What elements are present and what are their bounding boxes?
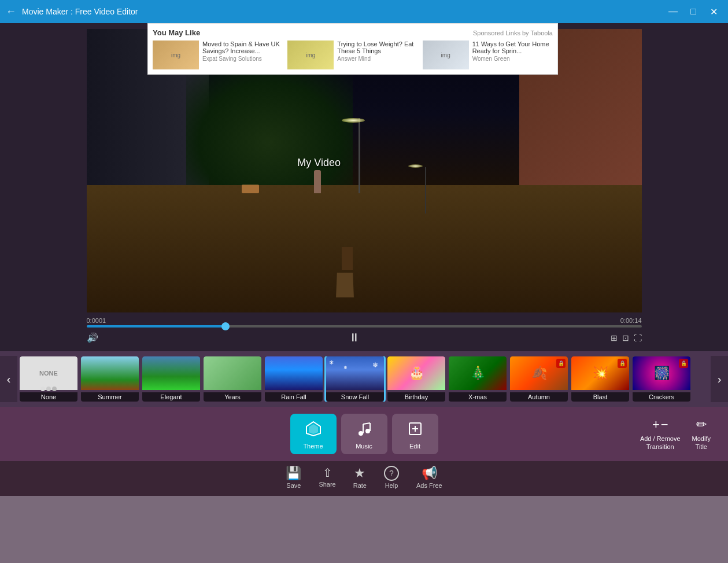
theme-elegant-label: Elegant — [142, 392, 200, 402]
theme-rainfall[interactable]: Rain Fall — [265, 356, 323, 402]
theme-blast-label: Blast — [571, 392, 629, 402]
share-label: Share — [319, 481, 335, 488]
theme-rainfall-label: Rain Fall — [265, 392, 323, 402]
add-remove-label: Add / RemoveTransition — [640, 435, 681, 451]
close-button[interactable]: ✕ — [705, 3, 722, 20]
edit-icon — [405, 418, 426, 439]
view-mode-1[interactable]: ⊞ — [611, 333, 618, 343]
add-remove-transition-button[interactable]: + − Add / RemoveTransition — [640, 417, 681, 451]
scroll-left-arrow[interactable]: ‹ — [0, 356, 17, 402]
save-label: Save — [286, 482, 301, 489]
theme-xmas[interactable]: 🎄 X-mas — [449, 356, 507, 402]
ad-headline-1: Moved to Spain & Have UK Savings? Increa… — [202, 41, 283, 54]
video-label: My Video — [297, 157, 341, 169]
right-tools: + − Add / RemoveTransition ✏ ModifyTitle — [640, 417, 711, 451]
theme-elegant[interactable]: Elegant — [142, 356, 200, 402]
theme-autumn[interactable]: 🍂 🔒 Autumn — [510, 356, 568, 402]
ad-source-3: Women Green — [472, 56, 553, 62]
theme-blast[interactable]: 💥 🔒 Blast — [571, 356, 629, 402]
theme-crackers-label: Crackers — [633, 392, 690, 402]
progress-thumb[interactable] — [221, 322, 230, 330]
help-action[interactable]: ? Help — [384, 466, 399, 489]
rate-action[interactable]: ★ Rate — [353, 466, 367, 489]
theme-autumn-label: Autumn — [510, 392, 568, 402]
ad-item-1[interactable]: img Moved to Spain & Have UK Savings? In… — [153, 41, 283, 69]
ad-item-3[interactable]: img 11 Ways to Get Your Home Ready for S… — [423, 41, 553, 69]
ads-free-label: Ads Free — [416, 482, 442, 489]
progress-track[interactable] — [87, 325, 642, 328]
themes-container: NONE None Summer Elegant — [17, 356, 711, 402]
theme-crackers[interactable]: 🎆 🔒 Crackers — [633, 356, 690, 402]
window-controls: — □ ✕ — [664, 3, 722, 20]
help-icon: ? — [384, 466, 399, 481]
ads-free-icon: 📢 — [422, 466, 437, 481]
play-pause-button[interactable]: ⏸ — [349, 331, 360, 344]
theme-years[interactable]: Years — [204, 356, 261, 402]
ad-source-1: Expat Saving Solutions — [202, 56, 283, 62]
ad-headline-2: Trying to Lose Weight? Eat These 5 Thing… — [337, 41, 417, 54]
back-button[interactable]: ← — [6, 6, 16, 18]
ad-banner: You May Like Sponsored Links by Taboola … — [147, 23, 558, 75]
time-row: 0:0001 0:00:14 — [87, 316, 642, 325]
maximize-button[interactable]: □ — [685, 3, 702, 20]
title-bar: ← Movie Maker : Free Video Editor — □ ✕ — [0, 0, 728, 23]
theme-none-label: None — [20, 392, 77, 402]
ad-sponsored-label: Sponsored Links by Taboola — [473, 30, 553, 36]
svg-marker-1 — [309, 424, 318, 434]
ad-headline-3: 11 Ways to Get Your Home Ready for Sprin… — [472, 41, 553, 54]
theme-years-label: Years — [204, 392, 261, 402]
music-tool-button[interactable]: Music — [341, 414, 387, 454]
time-end: 0:00:14 — [620, 317, 642, 324]
modify-title-label: ModifyTitle — [692, 435, 711, 451]
svg-point-2 — [359, 431, 363, 436]
theme-snowfall-label: Snow Fall — [326, 392, 384, 402]
svg-line-6 — [363, 423, 370, 424]
ads-free-action[interactable]: 📢 Ads Free — [416, 466, 442, 489]
ad-title: You May Like — [153, 28, 200, 37]
save-action[interactable]: 💾 Save — [286, 466, 301, 489]
autumn-lock-icon: 🔒 — [556, 359, 566, 368]
blast-lock-icon: 🔒 — [618, 359, 627, 368]
scroll-right-arrow[interactable]: › — [711, 356, 728, 402]
music-icon — [354, 418, 375, 439]
theme-snowfall[interactable]: ❄ ❄ ❄ Snow Fall — [326, 356, 384, 402]
action-bar: 💾 Save ⇧ Share ★ Rate ? Help 📢 Ads Free — [0, 461, 728, 496]
volume-button[interactable]: 🔊 — [87, 332, 98, 343]
main-content: My Video 0:0001 0:00:14 🔊 ⏸ ⊞ ⊡ — [0, 23, 728, 563]
modify-title-button[interactable]: ✏ ModifyTitle — [692, 417, 711, 451]
view-mode-2[interactable]: ⊡ — [622, 333, 629, 343]
theme-icon — [303, 418, 324, 439]
theme-summer-label: Summer — [81, 392, 139, 402]
bottom-toolbar: Theme Music — [0, 407, 728, 461]
svg-point-3 — [365, 429, 370, 433]
theme-tool-button[interactable]: Theme — [290, 414, 337, 454]
ad-items: img Moved to Spain & Have UK Savings? In… — [153, 41, 553, 69]
theme-summer[interactable]: Summer — [81, 356, 139, 402]
help-label: Help — [385, 482, 398, 489]
save-icon: 💾 — [286, 466, 301, 481]
rate-icon: ★ — [354, 466, 365, 481]
theme-xmas-label: X-mas — [449, 392, 507, 402]
progress-fill — [87, 325, 226, 328]
music-label: Music — [356, 443, 372, 450]
ad-item-2[interactable]: img Trying to Lose Weight? Eat These 5 T… — [287, 41, 417, 69]
share-icon: ⇧ — [323, 466, 332, 480]
time-start: 0:0001 — [87, 317, 106, 324]
app-title: Movie Maker : Free Video Editor — [22, 7, 659, 16]
center-tools: Theme Music — [290, 414, 438, 454]
rate-label: Rate — [353, 482, 367, 489]
theme-label: Theme — [303, 443, 323, 450]
theme-none[interactable]: NONE None — [20, 356, 77, 402]
theme-birthday-label: Birthday — [387, 392, 445, 402]
share-action[interactable]: ⇧ Share — [319, 466, 335, 489]
fullscreen-button[interactable]: ⛶ — [634, 333, 642, 343]
ad-source-2: Answer Mind — [337, 56, 417, 62]
edit-tool-button[interactable]: Edit — [392, 414, 438, 454]
progress-container: 0:0001 0:00:14 🔊 ⏸ ⊞ ⊡ ⛶ — [87, 312, 642, 351]
theme-strip: ‹ NONE None Summer — [0, 351, 728, 407]
crackers-lock-icon: 🔒 — [679, 359, 688, 368]
edit-label: Edit — [409, 443, 420, 450]
theme-birthday[interactable]: 🎂 Birthday — [387, 356, 445, 402]
minimize-button[interactable]: — — [664, 3, 682, 20]
